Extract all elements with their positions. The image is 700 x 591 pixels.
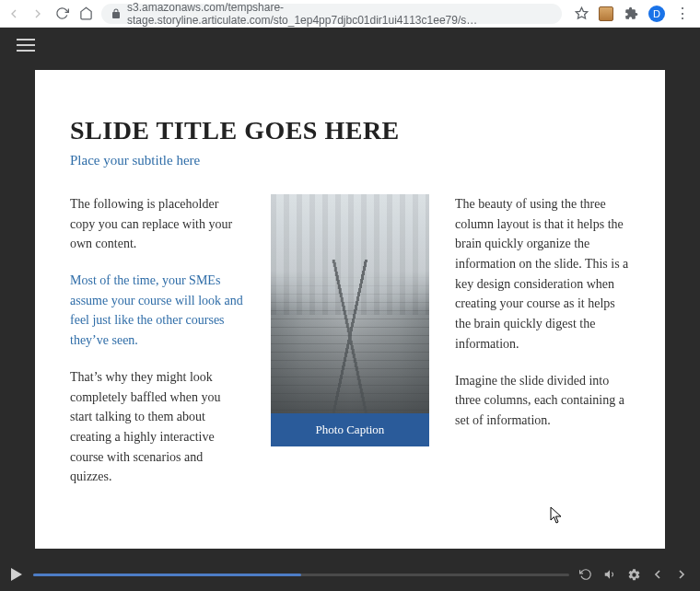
col1-para3: That’s why they might look completely ba… [70,367,245,487]
svg-marker-4 [11,568,22,581]
col3-para2: Imagine the slide divided into three col… [455,371,630,431]
avatar-initial: D [653,8,660,19]
seek-bar[interactable] [33,574,569,576]
slide-subtitle: Place your subtitle here [70,153,630,168]
menu-button[interactable]: ⋮ [674,6,691,22]
placeholder-photo [271,194,429,413]
star-icon[interactable] [573,6,589,22]
column-middle: Photo Caption [271,194,429,504]
column-right: The beauty of using the three column lay… [455,194,630,504]
play-button[interactable] [11,568,24,581]
lock-icon [111,8,122,19]
reload-button[interactable] [53,6,70,22]
home-button[interactable] [77,6,94,22]
settings-button[interactable] [626,567,641,582]
col3-para1: The beauty of using the three column lay… [455,194,630,354]
photo-caption: Photo Caption [271,413,429,446]
col1-para2: Most of the time, your SMEs assume your … [70,271,245,351]
extensions-icon[interactable] [623,6,639,22]
svg-rect-3 [17,50,35,52]
player-controls [0,558,700,591]
svg-marker-0 [576,7,588,18]
slide-canvas: SLIDE TITLE GOES HERE Place your subtitl… [35,70,665,549]
three-column-layout: The following is placeholder copy you ca… [70,194,630,504]
forward-button[interactable] [29,6,46,22]
hamburger-menu[interactable] [17,39,35,55]
column-left: The following is placeholder copy you ca… [70,194,245,504]
course-player: SLIDE TITLE GOES HERE Place your subtitl… [0,28,700,591]
svg-rect-2 [17,44,35,46]
replay-button[interactable] [578,567,593,582]
col1-para1: The following is placeholder copy you ca… [70,194,245,254]
cursor-icon [550,506,565,525]
extension-icon-1[interactable] [599,6,613,21]
back-button[interactable] [6,6,22,22]
prev-button[interactable] [650,567,665,582]
browser-toolbar: s3.amazonaws.com/tempshare-stage.storyli… [0,0,700,28]
next-button[interactable] [674,567,689,582]
volume-button[interactable] [602,567,617,582]
profile-avatar[interactable]: D [648,6,665,22]
address-bar[interactable]: s3.amazonaws.com/tempshare-stage.storyli… [101,4,562,24]
svg-rect-1 [17,39,35,41]
seek-progress [33,574,301,576]
slide-title: SLIDE TITLE GOES HERE [70,116,630,145]
url-text: s3.amazonaws.com/tempshare-stage.storyli… [127,1,553,27]
